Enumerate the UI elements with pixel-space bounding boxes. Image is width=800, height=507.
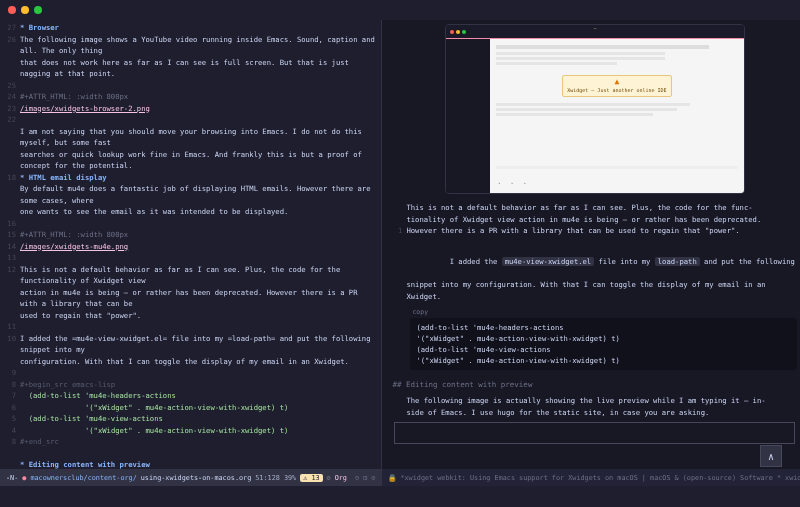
line-content: configuration. With that I can toggle th… (20, 356, 381, 368)
close-window-button[interactable] (8, 6, 16, 14)
inline-code-chip: load-path (655, 257, 700, 266)
line-number: 7 (0, 390, 20, 402)
line-content: * HTML email display (20, 172, 381, 184)
source-line[interactable]: 8#+end_src (0, 436, 381, 448)
line-content: that does not work here as far as I can … (20, 57, 381, 80)
source-line[interactable]: that does not work here as far as I can … (0, 57, 381, 80)
source-line[interactable]: 5 (add-to-list 'mu4e-view-actions (0, 413, 381, 425)
source-line[interactable]: 13 (0, 252, 381, 264)
text-run: Xwidget. (406, 291, 797, 303)
line-content: #+ATTR_HTML: :width 800px (20, 91, 381, 103)
source-line[interactable]: 4 '("xWidget" . mu4e-action-view-with-xw… (0, 425, 381, 437)
line-number (0, 310, 20, 322)
line-number: 14 (0, 241, 20, 253)
source-line[interactable]: 15#+ATTR_HTML: :width 800px (0, 229, 381, 241)
source-line[interactable]: 25 (0, 80, 381, 92)
line-content: I am not saying that you should move you… (20, 126, 381, 149)
minimize-window-button[interactable] (21, 6, 29, 14)
warning-triangle-icon: ▲ (566, 79, 668, 85)
line-number (0, 149, 20, 172)
source-line[interactable]: 22 (0, 114, 381, 126)
source-line[interactable]: 18* HTML email display (0, 172, 381, 184)
source-line[interactable]: 16 (0, 218, 381, 230)
line-content: /images/xwidgets-browser-2.png (20, 103, 381, 115)
evil-state: -N- (6, 474, 18, 482)
source-line[interactable] (0, 448, 381, 460)
source-line[interactable]: 26The following image shows a YouTube vi… (0, 34, 381, 57)
source-line[interactable]: searches or quick lookup work fine in Em… (0, 149, 381, 172)
line-number: 15 (0, 229, 20, 241)
preview-paragraph-1: This is not a default behavior as far as… (392, 202, 797, 237)
source-line[interactable]: 23/images/xwidgets-browser-2.png (0, 103, 381, 115)
copy-code-button[interactable]: copy (412, 308, 797, 316)
echo-area (0, 486, 800, 490)
line-number: 6 (0, 402, 20, 414)
source-line[interactable]: 11 (0, 321, 381, 333)
line-content: '("xWidget" . mu4e-action-view-with-xwid… (20, 425, 381, 437)
line-number: 24 (0, 91, 20, 103)
line-number: 13 (0, 252, 20, 264)
line-content (20, 252, 381, 264)
preview-line-number (392, 214, 406, 226)
line-content (20, 448, 381, 460)
webkit-preview[interactable]: ⋯ ▲ Xwidget — Just another online IDE (382, 20, 800, 469)
line-number: 22 (0, 114, 20, 126)
text-run: side of Emacs. I use hugo for the static… (406, 407, 797, 419)
source-line[interactable]: configuration. With that I can toggle th… (0, 356, 381, 368)
thumb-warning-badge: ▲ Xwidget — Just another online IDE (562, 75, 672, 97)
source-line[interactable]: 27* Browser (0, 22, 381, 34)
major-mode: Org (335, 474, 347, 482)
thumb-document: ▲ Xwidget — Just another online IDE ••• (490, 39, 744, 193)
code-line: (add-to-list 'mu4e-view-actions (416, 344, 791, 355)
source-line[interactable]: action in mu4e is being – or rather has … (0, 287, 381, 310)
line-number: 18 (0, 172, 20, 184)
line-number (0, 206, 20, 218)
modeline-right[interactable]: 🔒 *xwidget webkit: Using Emacs support f… (382, 469, 800, 486)
modeline-extra-icons: ⚙ (327, 474, 331, 482)
text-run: This is not a default behavior as far as… (406, 202, 797, 214)
flycheck-warning-badge[interactable]: ⚠ 13 (300, 474, 322, 482)
warning-count: 13 (311, 474, 319, 482)
source-line[interactable]: By default mu4e does a fantastic job of … (0, 183, 381, 206)
lock-icon: 🔒 (388, 474, 396, 482)
line-number: 25 (0, 80, 20, 92)
buffer-path: macownersclub/content-org/ (30, 474, 136, 482)
line-number (0, 459, 20, 469)
source-line[interactable]: 12This is not a default behavior as far … (0, 264, 381, 287)
window-titlebar (0, 0, 800, 20)
thumb-titlebar: ⋯ (446, 25, 744, 39)
code-line: '("xWidget" . mu4e-action-view-with-xwid… (416, 333, 791, 344)
modeline-left[interactable]: -N- ● macownersclub/content-org/using-xw… (0, 469, 381, 486)
zoom-window-button[interactable] (34, 6, 42, 14)
source-line[interactable]: I am not saying that you should move you… (0, 126, 381, 149)
line-content: one wants to see the email as it was int… (20, 206, 381, 218)
source-line[interactable]: 9 (0, 367, 381, 379)
text-run: The following image is actually showing … (406, 395, 797, 407)
line-content: #+begin_src emacs-lisp (20, 379, 381, 391)
source-line[interactable]: 10I added the =mu4e-view-xwidget.el= fil… (0, 333, 381, 356)
line-content: #+ATTR_HTML: :width 800px (20, 229, 381, 241)
source-line[interactable]: one wants to see the email as it was int… (0, 206, 381, 218)
line-number (0, 448, 20, 460)
main-split: 27* Browser26The following image shows a… (0, 20, 800, 486)
thumb-title: ⋯ (446, 25, 744, 31)
source-line[interactable]: * Editing content with preview (0, 459, 381, 469)
line-content: By default mu4e does a fantastic job of … (20, 183, 381, 206)
source-line[interactable]: 6 '("xWidget" . mu4e-action-view-with-xw… (0, 402, 381, 414)
source-line[interactable]: 14/images/xwidgets-mu4e.png (0, 241, 381, 253)
line-number: 23 (0, 103, 20, 115)
line-content (20, 80, 381, 92)
preview-line-number: 1 (392, 225, 406, 237)
source-line[interactable]: 7 (add-to-list 'mu4e-headers-actions (0, 390, 381, 402)
inline-code-chip: mu4e-view-xwidget.el (502, 257, 595, 266)
line-number: 8 (0, 379, 20, 391)
source-line[interactable]: used to regain that "power". (0, 310, 381, 322)
line-content (20, 367, 381, 379)
line-number (0, 356, 20, 368)
chevron-up-icon: ∧ (768, 451, 774, 462)
source-line[interactable]: 24#+ATTR_HTML: :width 800px (0, 91, 381, 103)
source-buffer[interactable]: 27* Browser26The following image shows a… (0, 20, 381, 469)
text-run: file into my (594, 257, 655, 266)
source-line[interactable]: 8#+begin_src emacs-lisp (0, 379, 381, 391)
scroll-to-top-button[interactable]: ∧ (760, 445, 782, 467)
